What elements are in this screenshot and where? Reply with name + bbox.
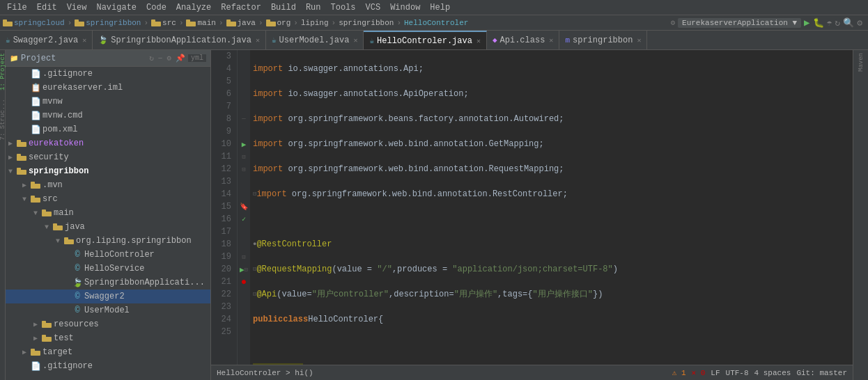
svg-rect-18 <box>31 184 40 189</box>
run-config-label[interactable]: EurekaserverApplication ▼ <box>678 18 801 28</box>
panel-sync[interactable]: ↻ <box>148 53 155 63</box>
gitignore2-icon: 📄 <box>31 361 40 371</box>
tab-api-close[interactable]: ✕ <box>549 36 553 45</box>
breadcrumb-springcloud[interactable]: springcloud <box>3 19 65 27</box>
tab-swagger2[interactable]: ☕ Swagger2.java ✕ <box>0 31 93 50</box>
panel-yml[interactable]: yml <box>188 54 206 62</box>
left-stripe-struc[interactable]: 7: Struc... <box>0 99 6 140</box>
svg-rect-12 <box>17 142 26 147</box>
menu-tools[interactable]: Tools <box>327 1 360 14</box>
tab-hello-close[interactable]: ✕ <box>476 37 481 45</box>
menu-file[interactable]: File <box>3 1 31 14</box>
tree-gitignore[interactable]: 📄 .gitignore <box>6 67 210 81</box>
panel-collapse[interactable]: − <box>157 54 164 63</box>
tree-security[interactable]: ▶ security <box>6 150 210 164</box>
coverage-button[interactable]: ☂ <box>827 17 832 29</box>
tree-java[interactable]: ▼ java <box>6 220 210 234</box>
tab-spring-icon: 🍃 <box>98 35 108 45</box>
tree-mvnw[interactable]: 📄 mvnw <box>6 95 210 109</box>
svg-rect-16 <box>17 170 26 175</box>
tree-usermodel[interactable]: © UserModel <box>6 303 210 317</box>
toolbar-settings[interactable]: ⚙ <box>857 17 862 29</box>
tab-hellocontroler[interactable]: ☕ HelloControler.java ✕ <box>364 31 486 50</box>
left-stripe-project[interactable]: 1: Project <box>0 53 6 90</box>
tree-target[interactable]: ▶ target <box>6 345 210 359</box>
tree-helloservice[interactable]: © HelloService <box>6 262 210 276</box>
tree-src[interactable]: ▼ src <box>6 192 210 206</box>
breakpoint-21[interactable]: ● <box>241 276 247 287</box>
breadcrumb-main[interactable]: main <box>186 19 215 27</box>
breadcrumb-org[interactable]: org <box>266 19 291 27</box>
breadcrumb-src[interactable]: src <box>151 19 176 27</box>
right-sidebar: Maven <box>853 50 868 380</box>
svg-rect-14 <box>17 156 26 161</box>
tab-swagger2-close[interactable]: ✕ <box>82 36 86 45</box>
tab-springribbonapplication[interactable]: 🍃 SpringribbonApplication.java ✕ <box>93 31 266 50</box>
breadcrumb-springribbon2[interactable]: springribbon <box>339 19 394 27</box>
fold-icon-19[interactable]: ⊟ <box>242 253 245 261</box>
tree-springribbonapp[interactable]: 🍃 SpringribbonApplicati... <box>6 276 210 290</box>
status-indent[interactable]: 4 spaces <box>754 369 791 377</box>
menu-code[interactable]: Code <box>142 1 171 14</box>
tab-usermodel-close[interactable]: ✕ <box>353 36 357 45</box>
run-button[interactable]: ▶ <box>804 17 809 29</box>
code-area[interactable]: 3 4 5 6 7 8 9 10 11 12 13 14 15 16 17 18… <box>211 50 853 365</box>
toolbar-update[interactable]: ↻ <box>835 17 840 29</box>
menu-navigate[interactable]: Navigate <box>92 1 141 14</box>
tree-orgliping[interactable]: ▼ org.liping.springribbon <box>6 234 210 248</box>
bookmark-icon-15[interactable]: 🔖 <box>240 203 248 211</box>
code-line-14 <box>253 338 853 351</box>
menu-edit[interactable]: Edit <box>33 1 61 14</box>
fold-icon-12[interactable]: ⊟ <box>242 166 245 173</box>
svg-rect-15 <box>17 154 21 157</box>
menu-vcs[interactable]: VCS <box>362 1 385 14</box>
status-linesep[interactable]: LF <box>711 369 720 377</box>
breadcrumb-java[interactable]: java <box>226 19 256 27</box>
breadcrumb-hellocontroler[interactable]: HelloControler <box>404 19 468 27</box>
run-icon-10[interactable]: ▶ <box>242 140 247 149</box>
tree-swagger2[interactable]: © Swagger2 <box>6 290 210 303</box>
menu-view[interactable]: View <box>63 1 91 14</box>
fold-icon-8[interactable]: ─ <box>242 116 245 122</box>
project-icon: 📁 <box>10 54 18 63</box>
run-icon-20[interactable]: ▶ <box>240 265 245 274</box>
menu-analyze[interactable]: Analyze <box>172 1 215 14</box>
panel-settings[interactable]: ⚙ <box>165 53 173 63</box>
fold-icon-20[interactable]: ⊟ <box>245 266 248 274</box>
src-folder-icon <box>31 194 40 204</box>
status-encoding[interactable]: UTF-8 <box>726 369 749 377</box>
menu-refactor[interactable]: Refactor <box>217 1 265 14</box>
tree-gitignore2[interactable]: 📄 .gitignore <box>6 359 210 373</box>
tab-api-class[interactable]: ◆ Api.class ✕ <box>487 31 559 50</box>
svg-rect-5 <box>151 19 155 22</box>
debug-button[interactable]: 🐛 <box>813 17 824 29</box>
menu-build[interactable]: Build <box>267 1 300 14</box>
menu-run[interactable]: Run <box>302 1 325 14</box>
menu-window[interactable]: Window <box>386 1 424 14</box>
fold-icon-11[interactable]: ⊟ <box>242 153 245 161</box>
svg-rect-7 <box>186 19 190 22</box>
tree-main[interactable]: ▼ main <box>6 206 210 220</box>
tree-eurekaserver[interactable]: 📋 eurekaserver.iml <box>6 81 210 95</box>
menu-help[interactable]: Help <box>426 1 454 14</box>
breadcrumb-springribbon[interactable]: springribbon <box>75 19 141 27</box>
code-content[interactable]: import io.swagger.annotations.Api; impor… <box>250 50 853 365</box>
tree-springribbon[interactable]: ▼ springribbon <box>6 164 210 178</box>
tree-pom[interactable]: 📄 pom.xml <box>6 122 210 136</box>
code-line-12: ⊟ @Api(value="用户controller",description=… <box>253 288 853 301</box>
tab-m-springribbon[interactable]: m springribbon ✕ <box>559 31 647 50</box>
tree-mvn[interactable]: ▶ .mvn <box>6 178 210 192</box>
tree-mvnwcmd[interactable]: 📄 mvnw.cmd <box>6 109 210 122</box>
breadcrumb-liping[interactable]: liping <box>301 19 329 27</box>
tab-usermodel[interactable]: ☕ UserModel.java ✕ <box>266 31 364 50</box>
warning-icon-16[interactable]: ✓ <box>242 215 246 223</box>
toolbar-search[interactable]: 🔍 <box>843 17 854 29</box>
tab-spring-close[interactable]: ✕ <box>256 36 260 45</box>
panel-pin[interactable]: 📌 <box>174 53 187 63</box>
tree-test[interactable]: ▶ test <box>6 331 210 345</box>
right-sidebar-maven[interactable]: Maven <box>858 53 865 72</box>
tree-resources[interactable]: ▶ resources <box>6 317 210 331</box>
tree-hellocontroler[interactable]: © HelloControler <box>6 248 210 262</box>
tab-m-close[interactable]: ✕ <box>637 36 641 45</box>
tree-eurekatoken[interactable]: ▶ eurekatoken <box>6 136 210 150</box>
